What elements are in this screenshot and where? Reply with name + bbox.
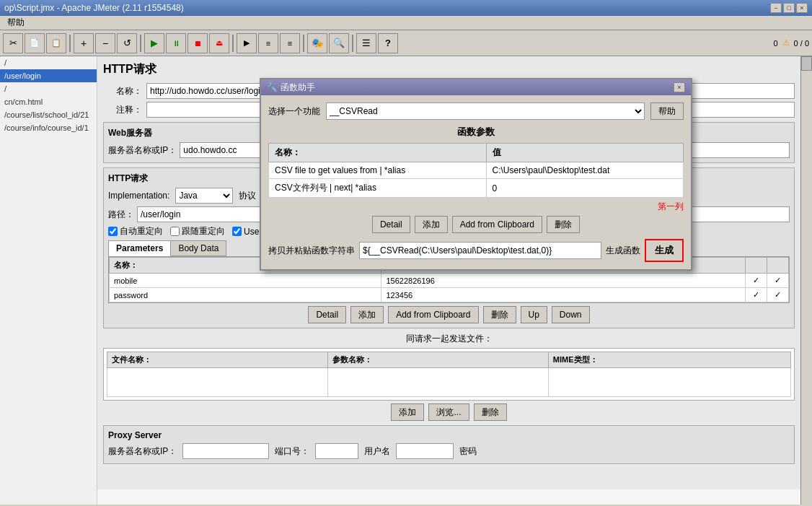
window-title: op\Script.jmx - Apache JMeter (2.11 r155… bbox=[4, 3, 184, 13]
dialog-help-btn[interactable]: 帮助 bbox=[650, 102, 684, 120]
dialog-row2-value: 0 bbox=[486, 179, 683, 198]
tool-remote3[interactable]: ≡ bbox=[280, 33, 300, 53]
function-select[interactable]: __CSVRead bbox=[326, 102, 645, 120]
tool-remote[interactable]: ▶ bbox=[237, 33, 257, 53]
tool-help[interactable]: ? bbox=[378, 33, 398, 53]
tool-list[interactable]: ☰ bbox=[356, 33, 376, 53]
minimize-btn[interactable]: − bbox=[770, 3, 782, 13]
maximize-btn[interactable]: □ bbox=[783, 3, 795, 13]
dialog-titlebar: 🔧 函数助手 × bbox=[261, 79, 691, 95]
menu-bar: 帮助 bbox=[0, 16, 812, 30]
copy-input[interactable] bbox=[359, 242, 601, 259]
dialog-detail-btn[interactable]: Detail bbox=[372, 216, 410, 233]
warn-count: 0 bbox=[773, 39, 777, 48]
dialog-delete-btn[interactable]: 删除 bbox=[547, 216, 580, 233]
tool-cut[interactable]: ✂ bbox=[3, 33, 23, 53]
dialog-table-row: CSV file to get values from | *alias C:\… bbox=[269, 162, 684, 179]
toolbar: ✂ 📄 📋 + − ↺ ▶ ⏸ ⏹ ⏏ ▶ ≡ ≡ 🎭 🔍 ☰ ? 0 ⚠ 0 … bbox=[0, 30, 812, 56]
dialog-title: 函数助手 bbox=[281, 82, 674, 94]
select-label: 选择一个功能 bbox=[268, 105, 320, 118]
dialog-table-row: CSV文件列号 | next| *alias 0 bbox=[269, 179, 684, 198]
params-title: 函数参数 bbox=[268, 126, 684, 139]
generate-btn[interactable]: 生成 bbox=[645, 239, 684, 262]
tool-remote2[interactable]: ≡ bbox=[258, 33, 278, 53]
tool-stop[interactable]: ⏹ bbox=[187, 33, 208, 53]
tool-template[interactable]: 🎭 bbox=[307, 33, 327, 53]
tool-remove[interactable]: − bbox=[95, 33, 115, 53]
dialog-col-name: 名称： bbox=[269, 144, 487, 162]
dialog-row1-value: C:\Users\paul\Desktop\test.dat bbox=[486, 162, 683, 179]
menu-help[interactable]: 帮助 bbox=[4, 17, 27, 29]
window-titlebar: op\Script.jmx - Apache JMeter (2.11 r155… bbox=[0, 0, 812, 16]
dialog-btn-row: Detail 添加 Add from Clipboard 删除 bbox=[268, 216, 684, 233]
dialog-add-clipboard-btn[interactable]: Add from Clipboard bbox=[452, 216, 542, 233]
tool-pause[interactable]: ⏸ bbox=[166, 33, 186, 53]
tool-add[interactable]: + bbox=[74, 33, 94, 53]
dialog-row1-name: CSV file to get values from | *alias bbox=[269, 162, 487, 179]
dialog-row2-name: CSV文件列号 | next| *alias bbox=[269, 179, 487, 198]
tool-search[interactable]: 🔍 bbox=[329, 33, 349, 53]
generate-label: 生成函数 bbox=[606, 245, 640, 257]
dialog-close-btn[interactable]: × bbox=[674, 82, 685, 92]
red-annotation: 第一列 bbox=[268, 201, 684, 213]
dialog-body: 选择一个功能 __CSVRead 帮助 函数参数 名称： 值 C bbox=[261, 95, 691, 269]
close-btn[interactable]: × bbox=[796, 3, 808, 13]
dialog-col-value: 值 bbox=[486, 144, 683, 162]
function-dialog: 🔧 函数助手 × 选择一个功能 __CSVRead 帮助 函数参数 名称： bbox=[260, 78, 692, 271]
counter: 0 / 0 bbox=[794, 39, 809, 48]
dialog-params-table: 名称： 值 CSV file to get values from | *ali… bbox=[268, 143, 684, 198]
dialog-add-btn[interactable]: 添加 bbox=[415, 216, 448, 233]
tool-paste[interactable]: 📋 bbox=[46, 33, 66, 53]
tool-run[interactable]: ▶ bbox=[144, 33, 164, 53]
tool-copy[interactable]: 📄 bbox=[25, 33, 45, 53]
tool-refresh[interactable]: ↺ bbox=[117, 33, 137, 53]
tool-stop2[interactable]: ⏏ bbox=[209, 33, 229, 53]
warn-icon: ⚠ bbox=[782, 38, 790, 48]
dialog-icon: 🔧 bbox=[267, 82, 278, 92]
copy-label: 拷贝并粘贴函数字符串 bbox=[268, 245, 355, 257]
